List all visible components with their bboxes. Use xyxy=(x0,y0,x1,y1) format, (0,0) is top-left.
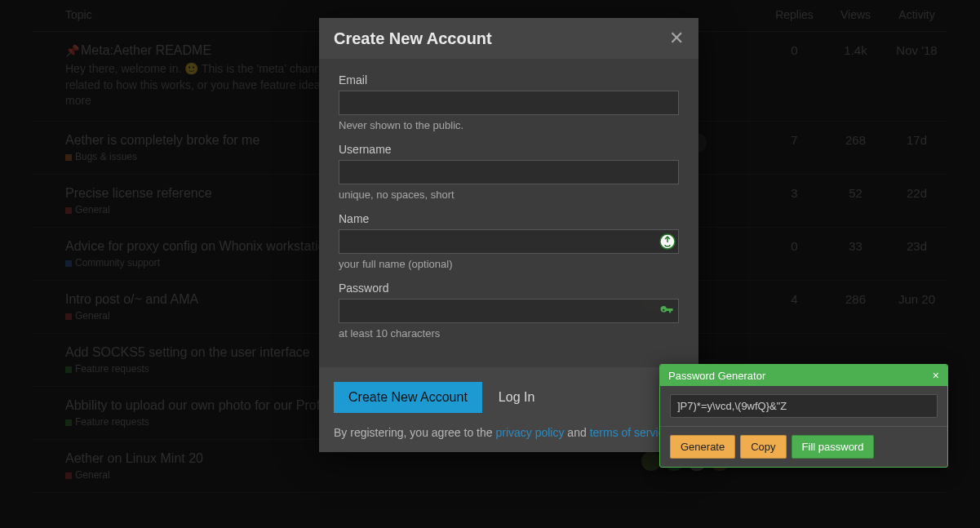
copy-button[interactable]: Copy xyxy=(740,435,786,459)
pwgen-value-field[interactable] xyxy=(670,394,938,418)
privacy-policy-link[interactable]: privacy policy xyxy=(495,426,564,439)
name-hint: your full name (optional) xyxy=(339,258,679,270)
signup-modal: Create New Account ✕ Email Never shown t… xyxy=(319,18,698,452)
username-hint: unique, no spaces, short xyxy=(339,189,679,201)
password-field[interactable] xyxy=(339,299,679,323)
email-hint: Never shown to the public. xyxy=(339,119,679,131)
generate-button[interactable]: Generate xyxy=(670,435,735,459)
username-field[interactable] xyxy=(339,160,679,184)
close-icon[interactable]: ✕ xyxy=(669,28,684,49)
fill-password-button[interactable]: Fill password xyxy=(792,435,875,459)
email-field[interactable] xyxy=(339,91,679,115)
pwgen-close-icon[interactable]: × xyxy=(933,369,939,382)
username-label: Username xyxy=(339,143,679,156)
login-button[interactable]: Log In xyxy=(499,390,534,405)
password-generator-popup: Password Generator × Generate Copy Fill … xyxy=(659,364,948,468)
email-label: Email xyxy=(339,73,679,87)
name-field[interactable] xyxy=(339,229,679,254)
legal-text: By registering, you agree to the privacy… xyxy=(334,426,684,439)
key-icon[interactable] xyxy=(659,304,674,318)
password-hint: at least 10 characters xyxy=(339,327,679,339)
password-manager-icon[interactable] xyxy=(659,233,676,250)
password-label: Password xyxy=(339,282,679,295)
name-label: Name xyxy=(339,212,679,225)
terms-of-service-link[interactable]: terms of service xyxy=(590,426,671,439)
modal-title: Create New Account xyxy=(334,29,492,48)
create-account-button[interactable]: Create New Account xyxy=(334,382,482,413)
pwgen-title: Password Generator xyxy=(668,370,765,382)
